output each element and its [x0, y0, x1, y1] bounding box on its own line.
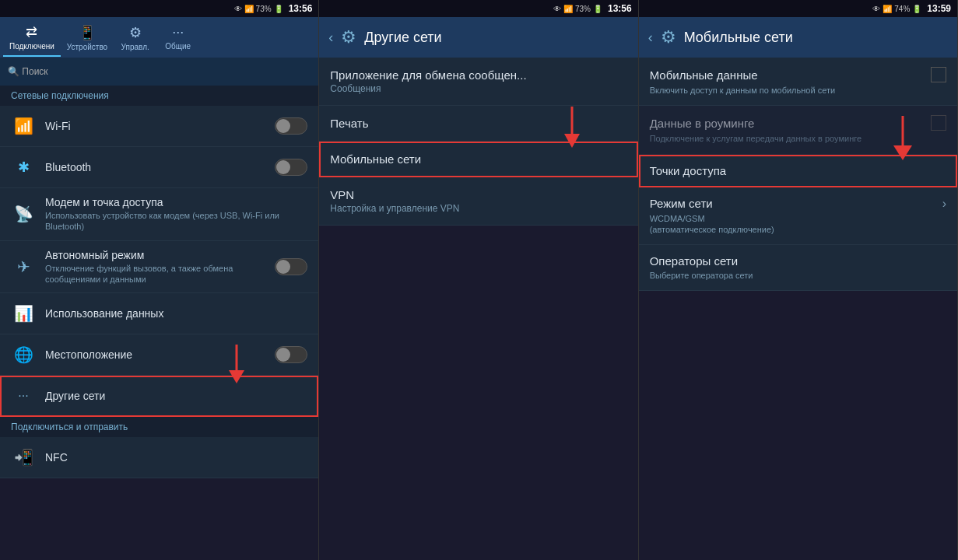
status-bar-1: 👁 📶 73% 🔋 13:56	[0, 0, 318, 17]
eye-icon-2: 👁	[553, 5, 561, 13]
page-header-3: ‹ ⚙ Мобильные сети	[639, 17, 957, 58]
chevron-right-icon: ›	[942, 197, 946, 211]
page-title-2: Другие сети	[364, 30, 441, 46]
airplane-title: Автономный режим	[45, 249, 275, 261]
wifi-title: Wi-Fi	[45, 120, 275, 132]
other-networks-item[interactable]: ··· Другие сети	[0, 376, 318, 417]
status-time-3: 13:59	[927, 3, 951, 14]
vpn-item[interactable]: VPN Настройка и управление VPN	[319, 177, 637, 226]
operators-title: Операторы сети	[650, 254, 946, 268]
bluetooth-item[interactable]: ✱ Bluetooth	[0, 147, 318, 188]
tab-general-label: Общие	[165, 42, 191, 51]
page-title-3: Мобильные сети	[684, 30, 793, 46]
wifi-icon: 📶	[11, 114, 36, 138]
data-usage-icon: 📊	[11, 301, 36, 326]
location-toggle[interactable]	[275, 346, 307, 363]
other-networks-icon: ···	[11, 383, 36, 408]
data-usage-item[interactable]: 📊 Использование данных	[0, 293, 318, 334]
bluetooth-title: Bluetooth	[45, 161, 275, 173]
battery-percent-3: 74%	[894, 5, 910, 13]
tab-manage-label: Управл.	[121, 43, 149, 51]
tab-general[interactable]: ··· Общие	[156, 19, 199, 55]
battery-percent-2: 73%	[575, 5, 591, 13]
location-icon: 🌐	[11, 342, 36, 367]
airplane-item[interactable]: ✈ Автономный режим Отключение функций вы…	[0, 241, 318, 294]
modem-subtitle: Использовать устройство как модем (через…	[45, 210, 307, 233]
status-bar-2: 👁 📶 73% 🔋 13:56	[319, 0, 637, 17]
airplane-toggle[interactable]	[275, 258, 307, 275]
print-title: Печать	[330, 117, 626, 130]
bluetooth-toggle[interactable]	[275, 159, 307, 176]
vpn-subtitle: Настройка и управление VPN	[330, 203, 626, 214]
mobile-data-item[interactable]: Мобильные данные Включить доступ к данны…	[639, 58, 957, 106]
status-icons-3: 👁 📶 74% 🔋 13:59	[872, 3, 951, 14]
section-network-header: Сетевые подключения	[0, 86, 318, 106]
signal-icon: 📶	[244, 5, 254, 13]
tab-manage[interactable]: ⚙ Управл.	[114, 19, 156, 56]
general-icon: ···	[172, 24, 184, 40]
status-icons-2: 👁 📶 73% 🔋 13:56	[553, 3, 632, 14]
operators-item[interactable]: Операторы сети Выберите оператора сети	[639, 245, 957, 291]
back-button-3[interactable]: ‹	[648, 30, 653, 46]
mobile-networks-title: Мобильные сети	[330, 152, 626, 166]
roaming-checkbox[interactable]	[931, 115, 946, 131]
airplane-subtitle: Отключение функций вызовов, а также обме…	[45, 263, 275, 285]
vpn-title: VPN	[330, 188, 626, 201]
status-time-2: 13:56	[608, 3, 632, 14]
messaging-app-subtitle: Сообщения	[330, 83, 626, 94]
operators-subtitle: Выберите оператора сети	[650, 270, 946, 281]
eye-icon: 👁	[234, 5, 242, 13]
search-bar: 🔍 Поиск	[0, 58, 318, 86]
data-usage-title: Использование данных	[45, 307, 307, 320]
back-button-2[interactable]: ‹	[328, 30, 333, 46]
nfc-icon: 📲	[11, 445, 36, 470]
modem-title: Модем и точка доступа	[45, 196, 307, 208]
eye-icon-3: 👁	[872, 5, 880, 13]
settings-gear-icon-3: ⚙	[661, 27, 676, 47]
nfc-item[interactable]: 📲 NFC	[0, 437, 318, 478]
mobile-data-subtitle: Включить доступ к данным по мобильной се…	[650, 85, 946, 96]
bluetooth-icon: ✱	[11, 155, 36, 180]
tab-device-label: Устройство	[67, 43, 107, 51]
status-time-1: 13:56	[289, 3, 313, 14]
nav-tabs-1: ⇄ Подключени 📱 Устройство ⚙ Управл. ··· …	[0, 17, 318, 58]
messaging-app-item[interactable]: Приложение для обмена сообщен... Сообщен…	[319, 58, 637, 106]
battery-icon-3: 🔋	[912, 5, 921, 13]
network-mode-subtitle: WCDMA/GSM(автоматическое подключение)	[650, 213, 946, 236]
network-mode-title: Режим сети	[650, 197, 713, 210]
section-connect-header: Подключиться и отправить	[0, 417, 318, 437]
battery-icon: 🔋	[274, 5, 283, 13]
battery-icon-2: 🔋	[593, 5, 602, 13]
wifi-toggle[interactable]	[275, 117, 307, 135]
print-item[interactable]: Печать	[319, 106, 637, 142]
status-bar-3: 👁 📶 74% 🔋 13:59	[639, 0, 957, 17]
panel-mobile-networks: 👁 📶 74% 🔋 13:59 ‹ ⚙ Мобильные сети Мобил…	[639, 0, 958, 560]
mobile-data-checkbox[interactable]	[931, 67, 946, 82]
mobile-networks-item[interactable]: Мобильные сети	[319, 142, 637, 177]
messaging-app-title: Приложение для обмена сообщен...	[330, 68, 626, 82]
nfc-title: NFC	[45, 451, 307, 464]
signal-icon-2: 📶	[563, 5, 573, 13]
device-icon: 📱	[79, 24, 96, 41]
roaming-item[interactable]: Данные в роуминге Подключение к услугам …	[639, 106, 957, 154]
signal-icon-3: 📶	[883, 5, 892, 13]
access-points-item[interactable]: Точки доступа	[639, 155, 957, 187]
manage-icon: ⚙	[129, 24, 142, 41]
roaming-title: Данные в роуминге	[650, 117, 755, 130]
location-item[interactable]: 🌐 Местоположение	[0, 334, 318, 376]
location-title: Местоположение	[45, 348, 275, 361]
wifi-item[interactable]: 📶 Wi-Fi	[0, 106, 318, 147]
tab-connections-label: Подключени	[9, 42, 54, 51]
panel-connections: 👁 📶 73% 🔋 13:56 ⇄ Подключени 📱 Устройств…	[0, 0, 319, 560]
network-mode-item[interactable]: Режим сети › WCDMA/GSM(автоматическое по…	[639, 187, 957, 246]
page-header-2: ‹ ⚙ Другие сети	[319, 17, 637, 58]
tab-device[interactable]: 📱 Устройство	[61, 19, 114, 56]
mobile-data-title: Мобильные данные	[650, 68, 758, 82]
status-icons-1: 👁 📶 73% 🔋 13:56	[234, 3, 313, 14]
modem-item[interactable]: 📡 Модем и точка доступа Использовать уст…	[0, 188, 318, 241]
tab-connections[interactable]: ⇄ Подключени	[3, 19, 61, 57]
other-networks-title: Другие сети	[45, 390, 307, 402]
search-placeholder: 🔍 Поиск	[8, 66, 48, 77]
connect-icon: ⇄	[26, 23, 37, 40]
roaming-subtitle: Подключение к услугам передачи данных в …	[650, 133, 946, 144]
